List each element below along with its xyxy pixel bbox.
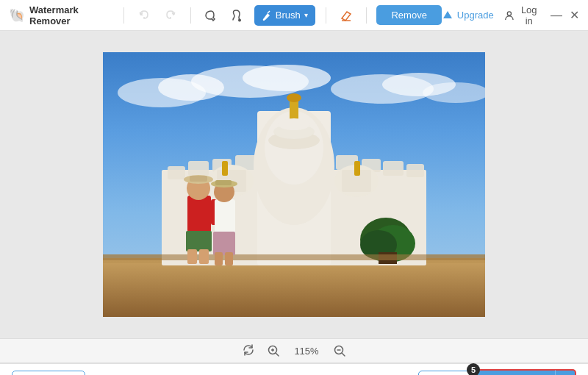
svg-rect-67 xyxy=(215,180,232,185)
canvas-area xyxy=(0,31,588,338)
undo-icon xyxy=(138,10,150,21)
redo-icon xyxy=(165,10,176,21)
svg-rect-55 xyxy=(103,254,485,260)
svg-rect-34 xyxy=(383,161,404,176)
svg-rect-68 xyxy=(213,232,235,255)
svg-rect-69 xyxy=(215,252,223,265)
svg-point-41 xyxy=(287,93,301,102)
photo-scene[interactable] xyxy=(103,52,485,317)
titlebar-left: 🐚 Watermark Remover xyxy=(9,4,442,26)
divider-4 xyxy=(366,7,367,24)
redo-button[interactable] xyxy=(161,5,180,26)
svg-line-77 xyxy=(343,354,345,357)
close-button[interactable]: ✕ xyxy=(570,10,579,21)
svg-rect-12 xyxy=(103,258,485,317)
app-title: Watermark Remover xyxy=(29,4,113,26)
zoom-in-button[interactable] xyxy=(267,344,280,357)
remove-button[interactable]: Remove xyxy=(376,5,441,25)
svg-rect-50 xyxy=(354,161,360,176)
svg-rect-18 xyxy=(188,161,209,176)
erase-button[interactable] xyxy=(337,5,356,26)
svg-rect-59 xyxy=(190,176,207,182)
svg-rect-47 xyxy=(222,161,228,176)
user-icon xyxy=(504,10,514,21)
new-image-button[interactable]: New Image xyxy=(12,371,85,375)
brush-icon xyxy=(262,10,272,21)
logo-icon: 🐚 xyxy=(9,7,25,24)
window-controls: — ✕ xyxy=(551,10,579,21)
lasso-button[interactable] xyxy=(201,5,220,26)
download-group: Download xyxy=(473,369,576,376)
upgrade-label: Upgrade xyxy=(457,10,494,21)
login-label: Log in xyxy=(518,4,541,26)
svg-line-1 xyxy=(268,11,270,13)
svg-rect-62 xyxy=(199,249,209,264)
brush-label: Brush xyxy=(276,10,301,21)
svg-rect-61 xyxy=(187,249,197,264)
svg-point-3 xyxy=(507,11,511,15)
svg-point-44 xyxy=(278,118,310,130)
brush-chevron-icon: ▾ xyxy=(304,11,308,19)
divider-2 xyxy=(190,7,191,24)
paint-icon xyxy=(231,9,244,22)
upgrade-icon xyxy=(442,10,453,21)
svg-rect-16 xyxy=(168,166,185,179)
app-logo: 🐚 Watermark Remover xyxy=(9,4,113,26)
download-button[interactable]: Download xyxy=(473,369,555,376)
download-arrow-button[interactable] xyxy=(555,369,576,376)
svg-rect-64 xyxy=(215,199,235,235)
svg-point-0 xyxy=(238,18,241,21)
lasso-icon xyxy=(204,9,218,22)
svg-point-8 xyxy=(243,65,331,91)
crop-button[interactable]: Crop xyxy=(418,371,473,375)
action-right: Crop Download xyxy=(418,369,576,376)
svg-line-74 xyxy=(276,354,279,357)
rotate-icon xyxy=(242,343,255,357)
action-bar: New Image Crop Download xyxy=(0,363,588,375)
svg-rect-56 xyxy=(187,196,211,232)
divider-3 xyxy=(326,7,326,24)
paint-button[interactable] xyxy=(228,5,247,26)
minimize-button[interactable]: — xyxy=(551,10,562,21)
undo-button[interactable] xyxy=(135,5,154,26)
divider-1 xyxy=(123,7,124,24)
svg-rect-36 xyxy=(406,164,424,177)
login-button[interactable]: Log in xyxy=(504,4,540,26)
zoom-in-icon xyxy=(267,344,280,357)
brush-button[interactable]: Brush ▾ xyxy=(254,5,315,26)
zoom-toolbar: 115% xyxy=(0,338,588,363)
rotate-button[interactable] xyxy=(242,343,255,359)
zoom-level: 115% xyxy=(292,346,321,357)
titlebar-right: Upgrade Log in — ✕ xyxy=(442,4,579,26)
upgrade-button[interactable]: Upgrade xyxy=(442,10,494,21)
zoom-out-button[interactable] xyxy=(333,344,346,357)
erase-icon xyxy=(340,9,353,22)
svg-rect-70 xyxy=(225,252,233,265)
zoom-out-icon xyxy=(333,344,346,357)
remove-label: Remove xyxy=(391,10,426,21)
photo-svg xyxy=(103,52,485,317)
titlebar: 🐚 Watermark Remover xyxy=(0,0,588,31)
svg-rect-60 xyxy=(186,231,212,251)
